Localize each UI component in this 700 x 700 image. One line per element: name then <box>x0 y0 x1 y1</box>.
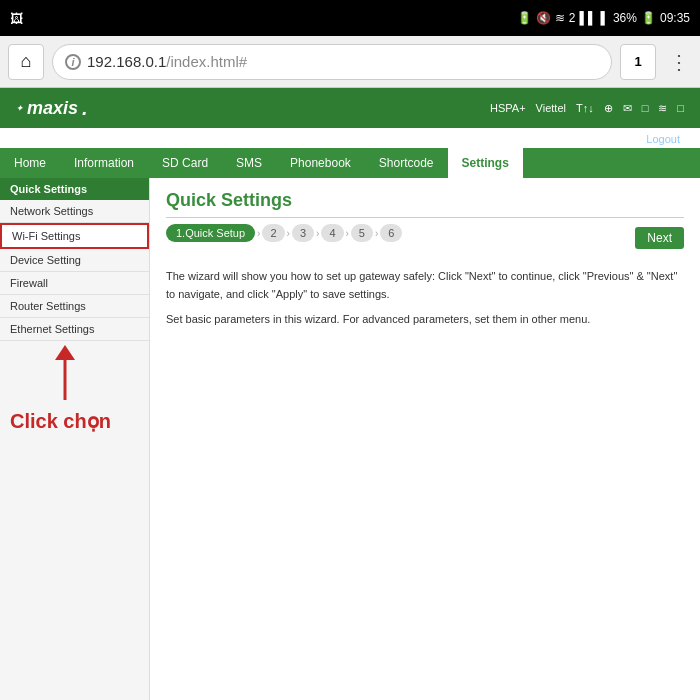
sidebar-wifi-settings[interactable]: Wi-Fi Settings <box>0 223 149 249</box>
tab-count-button[interactable]: 1 <box>620 44 656 80</box>
signal-bars: ▌▌ <box>579 11 596 25</box>
wizard-step-5[interactable]: 5 <box>351 224 373 242</box>
url-path: /index.html# <box>166 53 247 70</box>
main-panel: Quick Settings 1.Quick Setup › 2 › 3 › 4… <box>150 178 700 700</box>
sidebar-header: Quick Settings <box>0 178 149 200</box>
router-nav: Home Information SD Card SMS Phonebook S… <box>0 148 700 178</box>
description-1: The wizard will show you how to set up g… <box>166 268 684 303</box>
svg-marker-1 <box>55 345 75 360</box>
sim-icon: □ <box>642 102 649 114</box>
router-ui: ✦ maxis . HSPA+ Viettel T↑↓ ⊕ ✉ □ ≋ □ Lo… <box>0 88 700 700</box>
router-header: ✦ maxis . HSPA+ Viettel T↑↓ ⊕ ✉ □ ≋ □ <box>0 88 700 128</box>
sidebar-firewall[interactable]: Firewall <box>0 272 149 295</box>
sidebar-ethernet-settings[interactable]: Ethernet Settings <box>0 318 149 341</box>
router-header-right: HSPA+ Viettel T↑↓ ⊕ ✉ □ ≋ □ <box>490 102 684 115</box>
next-button[interactable]: Next <box>635 227 684 249</box>
nav-information[interactable]: Information <box>60 148 148 178</box>
logo-dot: . <box>82 98 88 118</box>
battery-percent: 36% <box>613 11 637 25</box>
logo-star: ✦ <box>16 104 23 113</box>
wifi-header-icon: ≋ <box>658 102 667 115</box>
globe-icon: ⊕ <box>604 102 613 115</box>
nav-sdcard[interactable]: SD Card <box>148 148 222 178</box>
mute-icon: 🔇 <box>536 11 551 25</box>
home-button[interactable]: ⌂ <box>8 44 44 80</box>
nav-home[interactable]: Home <box>0 148 60 178</box>
page-title: Quick Settings <box>166 190 684 218</box>
logo-text: maxis <box>27 98 78 119</box>
url-display: 192.168.0.1/index.html# <box>87 53 247 70</box>
wizard-arrow-3: › <box>314 228 321 239</box>
clock: 09:35 <box>660 11 690 25</box>
signal-2: 2 <box>569 11 576 25</box>
wizard-step-4[interactable]: 4 <box>321 224 343 242</box>
menu-dots-icon: ⋮ <box>669 50 688 74</box>
url-domain: 192.168.0.1 <box>87 53 166 70</box>
wizard-steps: 1.Quick Setup › 2 › 3 › 4 › 5 › 6 <box>166 224 402 242</box>
wizard-step-1[interactable]: 1.Quick Setup <box>166 224 255 242</box>
browser-chrome: ⌂ i 192.168.0.1/index.html# 1 ⋮ <box>0 36 700 88</box>
maxis-logo: ✦ maxis . <box>16 98 88 119</box>
nav-settings[interactable]: Settings <box>448 148 523 178</box>
wizard-step-row: 1.Quick Setup › 2 › 3 › 4 › 5 › 6 Next <box>166 224 684 254</box>
tab-number: 1 <box>634 54 641 69</box>
logout-bar: Logout <box>0 128 700 148</box>
annotation-arrow-container <box>10 345 149 409</box>
address-bar[interactable]: i 192.168.0.1/index.html# <box>52 44 612 80</box>
page-wrapper: 🖼 🔋 🔇 ≋ 2 ▌▌ ▌ 36% 🔋 09:35 ⌂ i 192.168.0… <box>0 0 700 700</box>
wizard-arrow-4: › <box>344 228 351 239</box>
logout-link[interactable]: Logout <box>646 133 684 145</box>
sidebar-device-setting[interactable]: Device Setting <box>0 249 149 272</box>
sidebar: Quick Settings Network Settings Wi-Fi Se… <box>0 178 150 700</box>
red-arrow-svg <box>10 345 100 405</box>
sidebar-router-settings[interactable]: Router Settings <box>0 295 149 318</box>
wizard-arrow-1: › <box>255 228 262 239</box>
wizard-step-6[interactable]: 6 <box>380 224 402 242</box>
nav-shortcode[interactable]: Shortcode <box>365 148 448 178</box>
wizard-arrow-2: › <box>285 228 292 239</box>
info-icon: i <box>65 54 81 70</box>
nav-phonebook[interactable]: Phonebook <box>276 148 365 178</box>
wizard-step-2[interactable]: 2 <box>262 224 284 242</box>
status-left: 🖼 <box>10 11 23 26</box>
carrier-label: Viettel <box>536 102 566 114</box>
wizard-step-3[interactable]: 3 <box>292 224 314 242</box>
signal-icon: T↑↓ <box>576 102 594 114</box>
description-2: Set basic parameters in this wizard. For… <box>166 311 684 329</box>
status-bar: 🖼 🔋 🔇 ≋ 2 ▌▌ ▌ 36% 🔋 09:35 <box>0 0 700 36</box>
nav-sms[interactable]: SMS <box>222 148 276 178</box>
battery-full-icon: 🔋 <box>641 11 656 25</box>
click-annotation-text: Click chọn <box>0 409 149 433</box>
home-icon: ⌂ <box>21 51 32 72</box>
browser-menu-button[interactable]: ⋮ <box>664 44 692 80</box>
camera-icon: 🖼 <box>10 11 23 26</box>
mail-icon: ✉ <box>623 102 632 115</box>
battery-icon: 🔋 <box>517 11 532 25</box>
wizard-arrow-5: › <box>373 228 380 239</box>
battery-bar: ▌ <box>600 11 609 25</box>
hspa-label: HSPA+ <box>490 102 526 114</box>
sidebar-network-settings[interactable]: Network Settings <box>0 200 149 223</box>
box-icon: □ <box>677 102 684 114</box>
status-right: 🔋 🔇 ≋ 2 ▌▌ ▌ 36% 🔋 09:35 <box>517 11 690 25</box>
wifi-icon: ≋ <box>555 11 565 25</box>
router-body: Quick Settings Network Settings Wi-Fi Se… <box>0 178 700 700</box>
